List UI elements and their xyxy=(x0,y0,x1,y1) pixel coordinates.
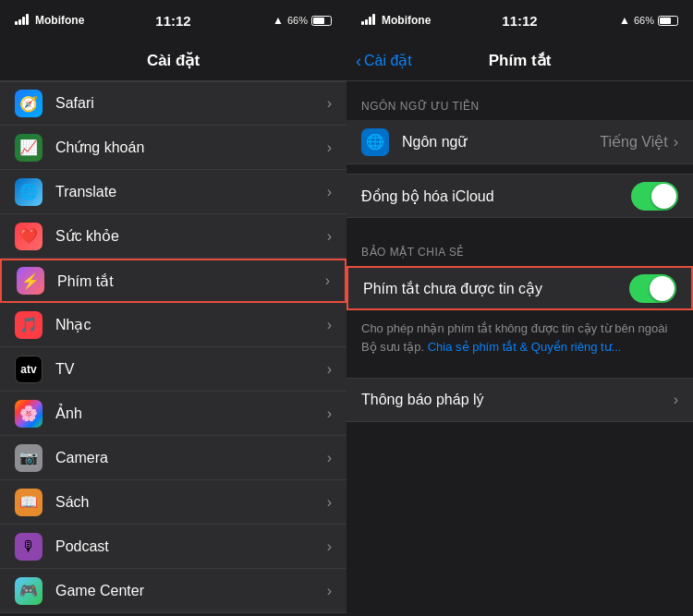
tv-chevron: › xyxy=(327,361,332,378)
gamecenter-chevron: › xyxy=(327,583,332,599)
settings-item-books[interactable]: 📖 Sách › xyxy=(0,480,346,525)
settings-item-music[interactable]: 🎵 Nhạc › xyxy=(0,303,346,347)
settings-item-stocks[interactable]: 📈 Chứng khoán › xyxy=(0,126,346,170)
left-battery-area: ▲ 66% xyxy=(273,14,332,27)
trust-label: Phím tắt chưa được tin cậy xyxy=(363,280,629,297)
camera-chevron: › xyxy=(327,450,332,466)
safari-chevron: › xyxy=(327,95,332,112)
settings-item-camera[interactable]: 📷 Camera › xyxy=(0,436,346,480)
left-panel: Mobifone 11:12 ▲ 66% Cài đặt 🧭 Safari › … xyxy=(0,0,346,616)
left-carrier: Mobifone xyxy=(15,14,84,28)
translate-label: Translate xyxy=(55,184,327,200)
photos-chevron: › xyxy=(327,405,332,422)
music-label: Nhạc xyxy=(55,316,327,333)
settings-item-tv[interactable]: atv TV › xyxy=(0,347,346,392)
left-battery-pct: 66% xyxy=(287,15,308,26)
left-settings-list: 🧭 Safari › 📈 Chứng khoán › 🌐 Translate ›… xyxy=(0,81,346,616)
spacer2 xyxy=(346,218,693,227)
language-row[interactable]: 🌐 Ngôn ngữ Tiếng Việt › xyxy=(346,120,693,164)
right-battery-area: ▲ 66% xyxy=(619,14,678,27)
health-icon: ❤️ xyxy=(15,223,43,250)
photos-label: Ảnh xyxy=(55,405,327,422)
left-time: 11:12 xyxy=(155,13,190,29)
toggle-knob xyxy=(651,184,676,209)
health-chevron: › xyxy=(327,228,332,245)
trust-description-block: Cho phép nhận phím tắt không được tin cậ… xyxy=(346,310,693,368)
language-label: Ngôn ngữ xyxy=(402,133,600,151)
spacer1 xyxy=(346,164,693,174)
description-link[interactable]: Chia sẻ phím tắt & Quyền riêng tư... xyxy=(428,340,622,354)
settings-item-podcasts[interactable]: 🎙 Podcast › xyxy=(0,525,346,569)
language-chevron-icon: › xyxy=(674,134,678,151)
right-wifi-icon: ▲ xyxy=(619,14,630,27)
photos-icon: 🌸 xyxy=(15,400,43,428)
health-label: Sức khỏe xyxy=(55,227,327,245)
icloud-sync-row[interactable]: Đồng bộ hóa iCloud xyxy=(346,174,693,218)
podcasts-icon: 🎙 xyxy=(15,533,43,561)
language-icon: 🌐 xyxy=(361,128,389,156)
spacer3 xyxy=(346,368,693,378)
signal-icon xyxy=(15,14,31,28)
tv-label: TV xyxy=(55,361,327,378)
left-battery-icon xyxy=(311,16,332,26)
shortcuts-icon: ⚡ xyxy=(17,267,44,295)
right-panel: Mobifone 11:12 ▲ 66% ‹ Cài đặt Phím tắt … xyxy=(346,0,693,616)
right-battery-icon xyxy=(658,16,678,26)
tv-icon: atv xyxy=(15,356,43,383)
section2-header: BẢO MẬT CHIA SẺ xyxy=(346,227,693,266)
right-page-title: Phím tắt xyxy=(489,51,552,70)
icloud-label: Đồng bộ hóa iCloud xyxy=(361,187,631,205)
trust-toggle[interactable] xyxy=(629,274,676,303)
back-chevron-icon: ‹ xyxy=(356,53,361,69)
legal-row[interactable]: Thông báo pháp lý › xyxy=(346,378,693,422)
right-battery-pct: 66% xyxy=(634,15,654,26)
settings-item-gamecenter[interactable]: 🎮 Game Center › xyxy=(0,569,346,613)
stocks-label: Chứng khoán xyxy=(55,139,327,156)
back-label: Cài đặt xyxy=(364,52,412,69)
camera-label: Camera xyxy=(55,450,327,466)
books-chevron: › xyxy=(327,494,332,511)
settings-item-health[interactable]: ❤️ Sức khỏe › xyxy=(0,214,346,259)
back-button[interactable]: ‹ Cài đặt xyxy=(356,52,412,69)
trust-toggle-knob xyxy=(650,276,675,301)
camera-icon: 📷 xyxy=(15,444,43,472)
settings-item-photos[interactable]: 🌸 Ảnh › xyxy=(0,392,346,436)
gamecenter-label: Game Center xyxy=(55,583,327,599)
music-icon: 🎵 xyxy=(15,311,43,339)
left-page-title: Cài đặt xyxy=(147,51,200,70)
trust-shortcuts-row[interactable]: Phím tắt chưa được tin cậy xyxy=(346,266,693,310)
left-wifi-icon: ▲ xyxy=(273,14,284,27)
podcasts-chevron: › xyxy=(327,538,332,555)
settings-item-safari[interactable]: 🧭 Safari › xyxy=(0,81,346,126)
safari-icon: 🧭 xyxy=(15,90,43,117)
shortcuts-label: Phím tắt xyxy=(57,272,325,290)
legal-chevron-icon: › xyxy=(674,392,678,408)
icloud-toggle[interactable] xyxy=(631,182,678,211)
settings-item-translate[interactable]: 🌐 Translate › xyxy=(0,170,346,214)
books-icon: 📖 xyxy=(15,489,43,516)
language-value: Tiếng Việt xyxy=(600,133,667,151)
stocks-chevron: › xyxy=(327,139,332,156)
translate-chevron: › xyxy=(327,184,332,200)
section1-header: NGÔN NGỮ ƯU TIÊN xyxy=(346,81,693,120)
right-carrier: Mobifone xyxy=(361,14,431,28)
music-chevron: › xyxy=(327,317,332,333)
left-nav-header: Cài đặt xyxy=(0,41,346,81)
right-nav-header: ‹ Cài đặt Phím tắt xyxy=(346,41,693,81)
trust-description: Cho phép nhận phím tắt không được tin cậ… xyxy=(361,320,678,356)
gamecenter-icon: 🎮 xyxy=(15,577,43,605)
translate-icon: 🌐 xyxy=(15,178,43,206)
books-label: Sách xyxy=(55,494,327,511)
legal-label: Thông báo pháp lý xyxy=(361,392,674,408)
left-status-bar: Mobifone 11:12 ▲ 66% xyxy=(0,0,346,41)
right-signal-icon xyxy=(361,14,378,28)
settings-item-shortcuts[interactable]: ⚡ Phím tắt › xyxy=(0,259,346,303)
stocks-icon: 📈 xyxy=(15,134,43,162)
right-status-bar: Mobifone 11:12 ▲ 66% xyxy=(346,0,693,41)
podcasts-label: Podcast xyxy=(55,538,327,555)
safari-label: Safari xyxy=(55,95,327,112)
shortcuts-chevron: › xyxy=(325,272,330,289)
right-time: 11:12 xyxy=(502,13,537,29)
